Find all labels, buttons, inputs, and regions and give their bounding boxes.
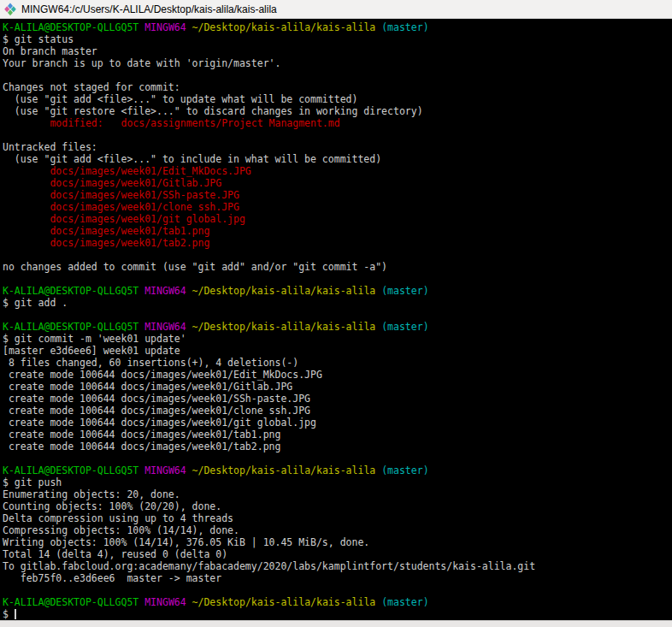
terminal-line: [master e3d6ee6] week01 update: [3, 345, 672, 357]
terminal-line: docs/images/week01/tab1.png: [3, 225, 672, 237]
prompt-environment: MINGW64: [144, 285, 186, 297]
prompt-branch: (master): [381, 285, 428, 297]
terminal-line: $ git status: [3, 33, 672, 45]
terminal-line: Writing objects: 100% (14/14), 376.05 Ki…: [3, 536, 672, 548]
prompt-user-host: K-ALILA@DESKTOP-QLLGQ5T: [3, 596, 139, 608]
terminal-line: $ git push: [3, 476, 672, 488]
terminal-output[interactable]: K-ALILA@DESKTOP-QLLGQ5T MINGW64 ~/Deskto…: [0, 19, 672, 620]
terminal-line: docs/images/week01/tab2.png: [3, 237, 672, 249]
terminal-line: (use "git add <file>..." to include in w…: [3, 153, 672, 165]
prompt-environment: MINGW64: [144, 21, 186, 33]
prompt-environment: MINGW64: [144, 321, 186, 333]
prompt-branch: (master): [381, 596, 428, 608]
terminal-line: no changes added to commit (use "git add…: [3, 261, 672, 273]
terminal-line: Changes not staged for commit:: [3, 81, 672, 93]
terminal-line: To gitlab.fabcloud.org:academany/fabacad…: [3, 560, 672, 572]
terminal-line: feb75f0..e3d6ee6 master -> master: [3, 572, 672, 584]
terminal-line: [3, 69, 672, 81]
terminal-line: docs/images/week01/Gitlab.JPG: [3, 177, 672, 189]
prompt-environment: MINGW64: [144, 596, 186, 608]
prompt-user-host: K-ALILA@DESKTOP-QLLGQ5T: [3, 464, 139, 476]
prompt-line: K-ALILA@DESKTOP-QLLGQ5T MINGW64 ~/Deskto…: [3, 285, 672, 297]
terminal-line: $: [3, 608, 672, 620]
terminal-line: create mode 100644 docs/images/week01/ta…: [3, 441, 672, 453]
terminal-window: MINGW64:/c/Users/K-ALILA/Desktop/kais-al…: [0, 0, 672, 627]
terminal-line: create mode 100644 docs/images/week01/Gi…: [3, 381, 672, 393]
terminal-line: (use "git add <file>..." to update what …: [3, 93, 672, 105]
terminal-line: create mode 100644 docs/images/week01/ta…: [3, 429, 672, 441]
terminal-line: Compressing objects: 100% (14/14), done.: [3, 524, 672, 536]
window-bottom-edge: [0, 620, 672, 627]
terminal-line: Enumerating objects: 20, done.: [3, 488, 672, 500]
terminal-line: Delta compression using up to 4 threads: [3, 512, 672, 524]
prompt-branch: (master): [381, 21, 428, 33]
prompt-path: ~/Desktop/kais-alila/kais-alila: [192, 596, 376, 608]
terminal-line: create mode 100644 docs/images/week01/SS…: [3, 393, 672, 405]
mingw-diamond-icon: [3, 3, 17, 16]
terminal-line: [3, 249, 672, 261]
prompt-branch: (master): [381, 464, 428, 476]
window-title: MINGW64:/c/Users/K-ALILA/Desktop/kais-al…: [21, 3, 277, 15]
terminal-line: [3, 584, 672, 596]
prompt-user-host: K-ALILA@DESKTOP-QLLGQ5T: [3, 321, 139, 333]
text-cursor: [15, 609, 16, 619]
terminal-line: $ git add .: [3, 297, 672, 309]
prompt-line: K-ALILA@DESKTOP-QLLGQ5T MINGW64 ~/Deskto…: [3, 321, 672, 333]
prompt-line: K-ALILA@DESKTOP-QLLGQ5T MINGW64 ~/Deskto…: [3, 596, 672, 608]
prompt-environment: MINGW64: [144, 464, 186, 476]
terminal-line: modified: docs/assignments/Project Manag…: [3, 117, 672, 129]
prompt-path: ~/Desktop/kais-alila/kais-alila: [192, 21, 376, 33]
terminal-line: docs/images/week01/Edit_MkDocs.JPG: [3, 165, 672, 177]
terminal-line: Total 14 (delta 4), reused 0 (delta 0): [3, 548, 672, 560]
terminal-line: Counting objects: 100% (20/20), done.: [3, 500, 672, 512]
terminal-line: create mode 100644 docs/images/week01/Ed…: [3, 369, 672, 381]
prompt-branch: (master): [381, 321, 428, 333]
terminal-line: docs/images/week01/git global.jpg: [3, 213, 672, 225]
terminal-line: docs/images/week01/SSh-paste.JPG: [3, 189, 672, 201]
prompt-user-host: K-ALILA@DESKTOP-QLLGQ5T: [3, 21, 139, 33]
terminal-line: $ git commit -m 'week01 update': [3, 333, 672, 345]
terminal-line: Your branch is up to date with 'origin/m…: [3, 57, 672, 69]
title-bar[interactable]: MINGW64:/c/Users/K-ALILA/Desktop/kais-al…: [0, 0, 672, 19]
terminal-line: create mode 100644 docs/images/week01/gi…: [3, 417, 672, 429]
prompt-user-host: K-ALILA@DESKTOP-QLLGQ5T: [3, 285, 139, 297]
prompt-line: K-ALILA@DESKTOP-QLLGQ5T MINGW64 ~/Deskto…: [3, 21, 672, 33]
prompt-path: ~/Desktop/kais-alila/kais-alila: [192, 285, 376, 297]
terminal-line: [3, 309, 672, 321]
terminal-line: (use "git restore <file>..." to discard …: [3, 105, 672, 117]
terminal-line: docs/images/week01/clone ssh.JPG: [3, 201, 672, 213]
terminal-line: create mode 100644 docs/images/week01/cl…: [3, 405, 672, 417]
terminal-line: 8 files changed, 60 insertions(+), 4 del…: [3, 357, 672, 369]
prompt-path: ~/Desktop/kais-alila/kais-alila: [192, 464, 376, 476]
terminal-line: [3, 129, 672, 141]
terminal-line: [3, 453, 672, 464]
terminal-line: On branch master: [3, 45, 672, 57]
terminal-line: Untracked files:: [3, 141, 672, 153]
prompt-path: ~/Desktop/kais-alila/kais-alila: [192, 321, 376, 333]
terminal-line: [3, 273, 672, 285]
prompt-line: K-ALILA@DESKTOP-QLLGQ5T MINGW64 ~/Deskto…: [3, 464, 672, 476]
